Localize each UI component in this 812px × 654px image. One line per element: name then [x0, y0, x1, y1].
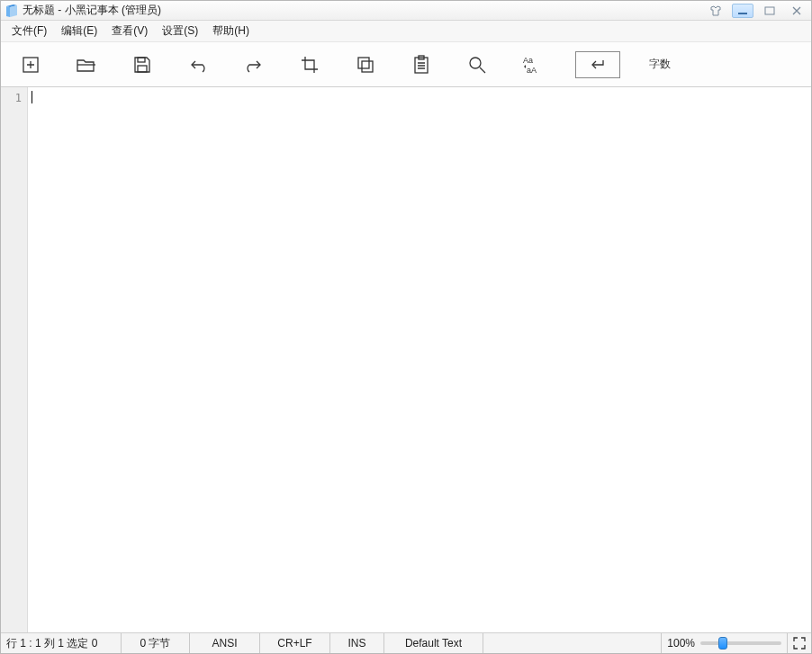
- svg-rect-0: [738, 13, 747, 14]
- wordcount-button[interactable]: 字数: [649, 51, 671, 78]
- status-position[interactable]: 行 1 : 1 列 1 选定 0: [1, 633, 122, 653]
- app-window: 无标题 - 小黑记事本 (管理员) 文件(F) 编辑(E) 查看(V) 设置(S…: [0, 0, 812, 654]
- status-bar: 行 1 : 1 列 1 选定 0 0 字节 ANSI CR+LF INS Def…: [1, 633, 811, 653]
- zoom-slider-thumb[interactable]: [718, 637, 727, 650]
- redo-button[interactable]: [240, 51, 267, 78]
- editor-area: 1: [1, 87, 811, 633]
- status-eol[interactable]: CR+LF: [260, 633, 330, 653]
- text-editor[interactable]: [28, 87, 811, 632]
- menu-settings[interactable]: 设置(S): [157, 22, 203, 40]
- open-file-button[interactable]: [73, 51, 100, 78]
- skin-button[interactable]: [705, 4, 726, 18]
- svg-rect-6: [362, 61, 373, 72]
- svg-text:aA: aA: [527, 66, 537, 75]
- undo-button[interactable]: [185, 51, 212, 78]
- minimize-button[interactable]: [732, 4, 753, 18]
- menu-edit[interactable]: 编辑(E): [56, 22, 103, 40]
- save-button[interactable]: [129, 51, 156, 78]
- window-controls: [705, 4, 807, 18]
- svg-rect-4: [138, 66, 147, 72]
- app-icon: [5, 4, 19, 18]
- line-number: 1: [1, 91, 27, 105]
- paste-button[interactable]: [408, 51, 435, 78]
- toolbar: AaaA 字数: [1, 42, 811, 87]
- status-spacer: [483, 633, 662, 653]
- status-bytes[interactable]: 0 字节: [122, 633, 190, 653]
- title-bar: 无标题 - 小黑记事本 (管理员): [1, 1, 811, 21]
- search-button[interactable]: [464, 51, 491, 78]
- zoom-control: 100%: [662, 633, 788, 653]
- wordcount-label: 字数: [649, 57, 671, 72]
- close-button[interactable]: [786, 4, 807, 18]
- zoom-slider[interactable]: [700, 641, 781, 645]
- menu-file[interactable]: 文件(F): [6, 22, 52, 40]
- svg-rect-5: [358, 58, 369, 68]
- text-caret: [32, 91, 32, 103]
- svg-text:Aa: Aa: [523, 56, 533, 65]
- case-toggle-button[interactable]: AaaA: [519, 51, 546, 78]
- zoom-value: 100%: [667, 637, 695, 650]
- status-language[interactable]: Default Text: [384, 633, 483, 653]
- copy-button[interactable]: [352, 51, 379, 78]
- maximize-button[interactable]: [759, 4, 780, 18]
- line-gutter: 1: [1, 87, 28, 632]
- menu-help[interactable]: 帮助(H): [207, 22, 255, 40]
- status-encoding[interactable]: ANSI: [190, 633, 260, 653]
- wordwrap-button[interactable]: [575, 51, 620, 78]
- new-file-button[interactable]: [17, 51, 44, 78]
- svg-rect-1: [765, 7, 774, 14]
- svg-rect-3: [138, 58, 145, 62]
- menu-view[interactable]: 查看(V): [106, 22, 153, 40]
- menu-bar: 文件(F) 编辑(E) 查看(V) 设置(S) 帮助(H): [1, 21, 811, 42]
- svg-point-9: [470, 58, 481, 68]
- fullscreen-button[interactable]: [788, 633, 811, 653]
- status-insert-mode[interactable]: INS: [330, 633, 384, 653]
- window-title: 无标题 - 小黑记事本 (管理员): [23, 3, 161, 18]
- crop-button[interactable]: [296, 51, 323, 78]
